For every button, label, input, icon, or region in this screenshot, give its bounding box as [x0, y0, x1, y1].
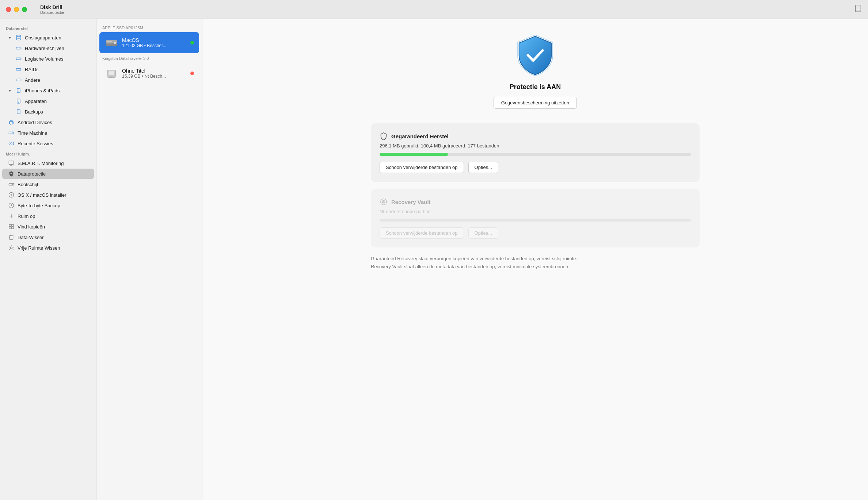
- shield-section: Protectie is AAN Gegevensbescherming uit…: [494, 34, 577, 109]
- svg-rect-21: [9, 161, 14, 164]
- sidebar-item-raids[interactable]: RAIDs: [2, 64, 94, 74]
- svg-rect-48: [107, 41, 112, 42]
- maximize-button[interactable]: [22, 7, 27, 12]
- sidebar-item-iphones-label: iPhones & iPads: [25, 88, 60, 93]
- guaranteed-recovery-card: Gegarandeerd Herstel 296,1 MB gebruikt, …: [371, 123, 700, 182]
- ohne-titel-device-name: Ohne Titel: [122, 68, 187, 74]
- sidebar-item-ruim-op[interactable]: Ruim op: [2, 211, 94, 221]
- footer-line1: Guaranteed Recovery slaat verborgen kopi…: [371, 255, 700, 263]
- svg-point-6: [20, 69, 20, 69]
- sidebar-item-time-machine[interactable]: Time Machine: [2, 128, 94, 138]
- card2-progress-bar-bg: [380, 219, 691, 222]
- apparaten-icon: [15, 98, 22, 104]
- macos-status-dot: [190, 41, 194, 45]
- sidebar-item-smart-monitoring[interactable]: S.M.A.R.T. Monitoring: [2, 158, 94, 168]
- svg-rect-52: [110, 76, 113, 77]
- sidebar-item-iphones-ipads[interactable]: ▼ iPhones & iPads: [2, 85, 94, 96]
- sidebar-item-vind-kopieeen[interactable]: Vind kopieën: [2, 222, 94, 232]
- sidebar-item-opslagapparaten[interactable]: ▼ Opslagapparaten: [2, 32, 94, 43]
- macos-device-text: MacOS 121,02 GB • Bescher...: [122, 37, 187, 48]
- sidebar-item-vind-kopieeen-label: Vind kopieën: [18, 224, 45, 230]
- sidebar-item-android[interactable]: Android Devices: [2, 117, 94, 127]
- sidebar-item-andere-label: Andere: [25, 77, 40, 83]
- sidebar-item-android-label: Android Devices: [18, 120, 52, 125]
- recovery-vault-card: Recovery Vault Nt-ondersteunde partitie …: [371, 189, 700, 247]
- bootschijf-icon: [8, 181, 15, 188]
- device-panel: APPLE SSD AP0128M MacOS 121,02 GB • Besc…: [96, 19, 202, 500]
- card1-progress-bar-bg: [380, 153, 691, 156]
- sidebar-item-bootschijf-label: Bootschijf: [18, 182, 38, 187]
- recovery-vault-icon: [380, 198, 388, 206]
- card2-actions: Schoon verwijderde bestanden op Opties..…: [380, 227, 691, 239]
- svg-point-20: [11, 143, 12, 144]
- card2-header: Recovery Vault: [380, 198, 691, 206]
- sidebar-item-logische-volumes[interactable]: Logische Volumes: [2, 54, 94, 64]
- byte-backup-icon: [8, 202, 15, 209]
- app-subtitle: Dataprotectie: [40, 10, 64, 15]
- guaranteed-recovery-icon: [380, 132, 388, 140]
- toggle-protection-button[interactable]: Gegevensbescherming uitzetten: [494, 97, 577, 109]
- card1-options-button[interactable]: Opties...: [468, 162, 498, 173]
- ruim-op-icon: [8, 213, 15, 219]
- svg-point-55: [383, 201, 384, 202]
- sidebar-item-dataprotectie[interactable]: Dataprotectie: [2, 169, 94, 179]
- sidebar-item-byte-backup-label: Byte-to-byte Backup: [18, 203, 60, 208]
- ohne-titel-status-dot: [190, 72, 194, 75]
- sidebar-item-recente-sessies[interactable]: Recente Sessies: [2, 138, 94, 149]
- protection-shield-icon: [513, 34, 557, 77]
- device-item-macos[interactable]: MacOS 121,02 GB • Bescher...: [99, 32, 199, 53]
- svg-point-0: [16, 35, 21, 36]
- dataherstel-section-label: Dataherstel: [0, 23, 96, 32]
- sidebar-item-opslagapparaten-label: Opslagapparaten: [25, 35, 61, 41]
- sidebar-item-byte-backup[interactable]: Byte-to-byte Backup: [2, 200, 94, 211]
- vrije-ruimte-icon: [8, 245, 15, 251]
- card1-clean-button[interactable]: Schoon verwijderde bestanden op: [380, 162, 464, 173]
- sidebar-item-backups-label: Backups: [25, 109, 43, 115]
- card1-actions: Schoon verwijderde bestanden op Opties..…: [380, 162, 691, 173]
- traffic-lights: [6, 7, 27, 12]
- minimize-button[interactable]: [14, 7, 19, 12]
- sidebar: Dataherstel ▼ Opslagapparaten Hardware-s…: [0, 19, 96, 500]
- help-book-icon[interactable]: [854, 4, 862, 14]
- sidebar-item-raids-label: RAIDs: [25, 67, 39, 72]
- sidebar-item-hardware-schijven[interactable]: Hardware-schijven: [2, 43, 94, 53]
- svg-line-39: [9, 249, 10, 250]
- ohne-titel-disk-icon: [104, 66, 118, 80]
- ohne-titel-device-text: Ohne Titel 15,39 GB • Nt Besch...: [122, 68, 187, 79]
- sidebar-item-logische-label: Logische Volumes: [25, 56, 64, 62]
- svg-point-47: [114, 42, 116, 44]
- titlebar: Disk Drill Dataprotectie: [0, 0, 868, 19]
- main-content: Protectie is AAN Gegevensbescherming uit…: [202, 19, 868, 500]
- time-machine-icon: [8, 130, 15, 136]
- sidebar-item-bootschijf[interactable]: Bootschijf: [2, 179, 94, 189]
- sidebar-item-data-wisser[interactable]: Data-Wisser: [2, 232, 94, 242]
- sidebar-item-osx-installer[interactable]: OS X / macOS installer: [2, 190, 94, 200]
- sidebar-item-apparaten-label: Apparaten: [25, 99, 47, 104]
- app-title-area: Disk Drill Dataprotectie: [40, 4, 64, 15]
- sidebar-item-time-machine-label: Time Machine: [18, 130, 47, 136]
- svg-line-38: [13, 246, 13, 246]
- andere-icon: [15, 77, 22, 83]
- sidebar-item-ruim-op-label: Ruim op: [18, 214, 35, 219]
- sidebar-item-recente-sessies-label: Recente Sessies: [18, 141, 53, 146]
- sidebar-item-smart-label: S.M.A.R.T. Monitoring: [18, 161, 64, 166]
- device-item-ohne-titel[interactable]: Ohne Titel 15,39 GB • Nt Besch...: [99, 63, 199, 84]
- card1-header: Gegarandeerd Herstel: [380, 132, 691, 140]
- data-wisser-icon: [8, 234, 15, 241]
- footer-text: Guaranteed Recovery slaat verborgen kopi…: [371, 255, 700, 271]
- protection-status-text: Protectie is AAN: [510, 83, 561, 91]
- svg-rect-51: [108, 71, 114, 75]
- sidebar-item-apparaten[interactable]: Apparaten: [2, 96, 94, 106]
- hdd-icon: [15, 45, 22, 51]
- sidebar-item-andere[interactable]: Andere: [2, 75, 94, 85]
- svg-point-25: [12, 184, 13, 184]
- footer-line2: Recovery Vault slaat alleen de metadata …: [371, 263, 700, 271]
- app-title: Disk Drill: [40, 4, 64, 10]
- ohne-titel-device-info: 15,39 GB • Nt Besch...: [122, 74, 187, 79]
- sidebar-item-osx-label: OS X / macOS installer: [18, 192, 66, 198]
- close-button[interactable]: [6, 7, 11, 12]
- svg-rect-33: [12, 224, 14, 226]
- sidebar-item-backups[interactable]: Backups: [2, 107, 94, 117]
- sidebar-item-vrije-ruimte-wissen[interactable]: Vrije Ruimte Wissen: [2, 243, 94, 253]
- dataprotectie-icon: [8, 170, 15, 177]
